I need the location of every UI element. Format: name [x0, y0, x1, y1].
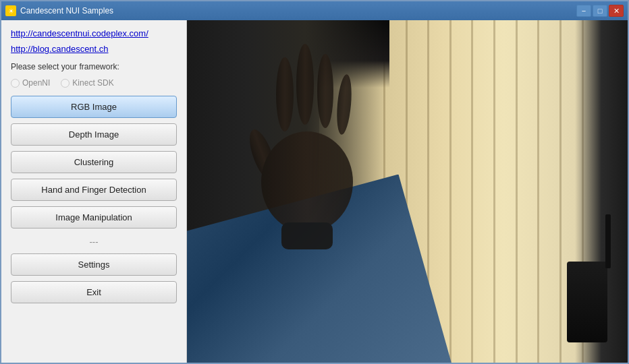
titlebar: ☀ Candescent NUI Samples − □ ✕: [1, 1, 628, 20]
rgb-image-button[interactable]: RGB Image: [11, 96, 177, 118]
exit-button[interactable]: Exit: [11, 281, 177, 303]
link-blog[interactable]: http://blog.candescent.ch: [11, 44, 177, 54]
svg-point-5: [261, 131, 353, 233]
framework-label: Please select your framework:: [11, 62, 177, 71]
sidebar: http://candescentnui.codeplex.com/ http:…: [1, 20, 187, 363]
maximize-button[interactable]: □: [593, 5, 607, 17]
depth-image-button[interactable]: Depth Image: [11, 123, 177, 146]
framework-radio-group: OpenNI Kinect SDK: [11, 78, 177, 88]
svg-rect-6: [281, 222, 333, 249]
window-title: Candescent NUI Samples: [20, 6, 113, 16]
titlebar-left: ☀ Candescent NUI Samples: [5, 5, 113, 16]
clustering-button[interactable]: Clustering: [11, 151, 177, 173]
camera-view: [187, 20, 628, 363]
rod-silhouette: [605, 214, 611, 268]
equipment-silhouette: [567, 262, 607, 342]
radio-kinect[interactable]: Kinect SDK: [61, 78, 113, 88]
app-icon: ☀: [5, 5, 16, 16]
radio-kinect-input[interactable]: [61, 79, 70, 88]
content-area: http://candescentnui.codeplex.com/ http:…: [1, 20, 628, 363]
radio-openni-label: OpenNI: [22, 78, 50, 88]
minimize-button[interactable]: −: [576, 5, 591, 17]
camera-scene: [187, 20, 628, 363]
close-button[interactable]: ✕: [609, 5, 624, 17]
settings-button[interactable]: Settings: [11, 253, 177, 276]
svg-point-4: [335, 73, 354, 135]
svg-point-3: [317, 54, 333, 128]
svg-point-1: [276, 57, 294, 131]
hand-overlay: [248, 40, 369, 251]
hand-svg: [248, 40, 369, 249]
radio-openni[interactable]: OpenNI: [11, 78, 50, 88]
hand-finger-button[interactable]: Hand and Finger Detection: [11, 179, 177, 201]
window-controls: − □ ✕: [576, 5, 624, 17]
main-window: ☀ Candescent NUI Samples − □ ✕ http://ca…: [0, 0, 629, 364]
link-codeplex[interactable]: http://candescentnui.codeplex.com/: [11, 28, 177, 38]
svg-point-2: [296, 44, 314, 125]
radio-openni-input[interactable]: [11, 79, 20, 88]
radio-kinect-label: Kinect SDK: [72, 78, 113, 88]
image-manipulation-button[interactable]: Image Manipulation: [11, 206, 177, 229]
separator: ---: [11, 234, 177, 249]
